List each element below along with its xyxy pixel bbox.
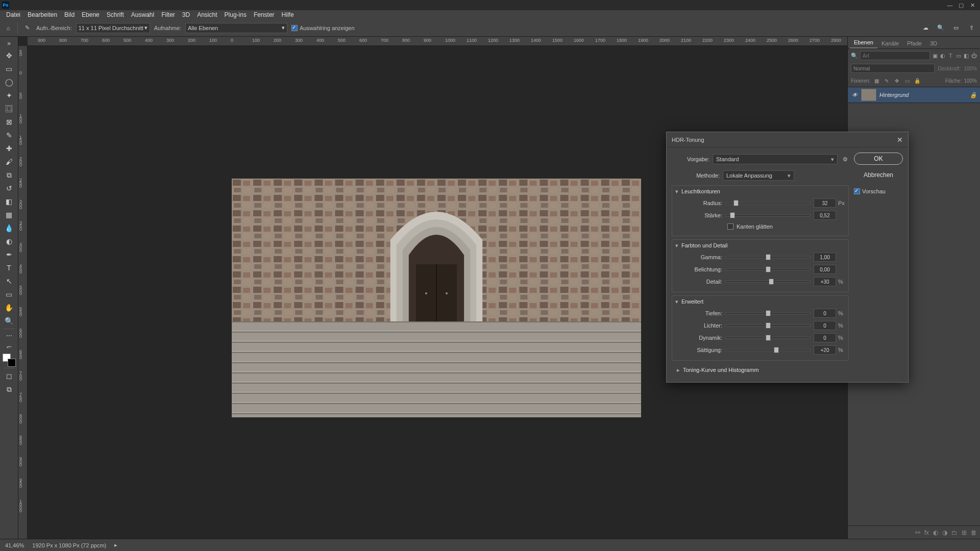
hand-tool[interactable]: ✋ [2, 301, 17, 314]
doc-info[interactable]: 1920 Px x 1080 Px (72 ppcm) [32, 542, 106, 548]
ok-button[interactable]: OK [854, 153, 903, 165]
eyedropper-icon[interactable]: ✎ [22, 23, 32, 33]
shadow-input[interactable]: 0 [814, 309, 836, 318]
group-icon[interactable]: 🗀 [951, 529, 958, 536]
link-layers-icon[interactable]: ⚯ [915, 529, 920, 536]
new-layer-icon[interactable]: ⊞ [962, 529, 967, 536]
sample-size-select[interactable]: 11 x 11 Pixel Durchschnitt▾ [76, 23, 150, 33]
menu-3d[interactable]: 3D [182, 11, 190, 18]
filter-toggle-icon[interactable]: ⏻ [971, 51, 977, 60]
frame-tool[interactable]: ⊠ [2, 115, 17, 129]
layer-row[interactable]: 👁 Hintergrund 🔒 [848, 87, 980, 103]
maximize-button[interactable]: ▢ [955, 0, 967, 10]
visibility-icon[interactable]: 👁 [851, 92, 858, 98]
saturation-input[interactable]: +20 [814, 345, 836, 355]
workspace-icon[interactable]: ▭ [950, 22, 962, 34]
blur-tool[interactable]: 💧 [2, 221, 17, 235]
panel-tabs[interactable]: EbenenKanälePfade3D [848, 37, 980, 49]
panel-tab[interactable]: Kanäle [877, 38, 903, 48]
curve-header[interactable]: ▸Toning-Kurve und Histogramm [672, 364, 849, 376]
pen-tool[interactable]: ✒ [2, 248, 17, 261]
doc-info-chevron-icon[interactable]: ▸ [114, 542, 117, 548]
filter-shape-icon[interactable]: ▭ [955, 51, 961, 60]
radius-input[interactable]: 32 [814, 198, 836, 208]
menu-filter[interactable]: Filter [161, 11, 175, 18]
zoom-tool[interactable]: 🔍 [2, 314, 17, 328]
show-ring-checkbox[interactable]: Auswahlring anzeigen [291, 25, 355, 31]
edit-toolbar-icon[interactable]: ⋯ [2, 330, 17, 341]
quickmask-icon[interactable]: ◻ [2, 369, 17, 383]
tone-detail-header[interactable]: ▾Farbton und Detail [672, 240, 848, 251]
filter-adjust-icon[interactable]: ◐ [940, 51, 945, 60]
eraser-tool[interactable]: ◧ [2, 195, 17, 208]
minimize-button[interactable]: — [944, 0, 955, 10]
menu-bearbeiten[interactable]: Bearbeiten [28, 11, 57, 18]
panel-tab[interactable]: Ebenen [850, 37, 877, 48]
filter-smart-icon[interactable]: ◧ [963, 51, 969, 60]
quick-select-tool[interactable]: ✦ [2, 89, 17, 102]
lock-position-icon[interactable]: ✎ [883, 78, 891, 84]
close-dialog-icon[interactable]: ✕ [897, 136, 903, 144]
history-brush-tool[interactable]: ↺ [2, 182, 17, 195]
color-swatches[interactable] [3, 354, 16, 367]
filter-type-icon[interactable]: T [948, 51, 953, 60]
exposure-input[interactable]: 0,00 [814, 265, 836, 274]
panel-tab[interactable]: Pfade [903, 38, 926, 48]
menu-ebene[interactable]: Ebene [82, 11, 100, 18]
path-tool[interactable]: ↖ [2, 274, 17, 288]
menu-ansicht[interactable]: Ansicht [197, 11, 217, 18]
exposure-slider[interactable] [725, 268, 811, 270]
gamma-input[interactable]: 1,00 [814, 253, 836, 262]
screenmode-icon[interactable]: ⧉ [2, 383, 17, 396]
shadow-slider[interactable] [725, 312, 811, 314]
preview-checkbox[interactable]: Vorschau [854, 188, 886, 194]
preset-select[interactable]: Standard [713, 154, 838, 164]
shape-tool[interactable]: ▭ [2, 288, 17, 301]
marquee-tool[interactable]: ▭ [2, 62, 17, 76]
delete-layer-icon[interactable]: 🗑 [971, 529, 977, 536]
menu-hilfe[interactable]: Hilfe [282, 11, 294, 18]
saturation-slider[interactable] [725, 349, 811, 351]
move-tool[interactable]: ✥ [2, 49, 17, 62]
filter-image-icon[interactable]: ▣ [932, 51, 938, 60]
search-icon[interactable]: 🔍 [851, 51, 858, 60]
dodge-tool[interactable]: ◐ [2, 235, 17, 248]
detail-slider[interactable] [725, 281, 811, 283]
type-tool[interactable]: T [2, 261, 17, 274]
method-select[interactable]: Lokale Anpassung [723, 170, 794, 181]
cloud-docs-icon[interactable]: ☁ [920, 22, 931, 34]
highlight-slider[interactable] [725, 324, 811, 327]
lock-artboard-icon[interactable]: ▭ [903, 78, 911, 84]
brush-tool[interactable]: 🖌 [2, 155, 17, 168]
healing-tool[interactable]: ✚ [2, 142, 17, 155]
clone-tool[interactable]: ⧉ [2, 168, 17, 182]
edge-glow-header[interactable]: ▾Leuchtkonturen [672, 186, 848, 197]
layer-filter-input[interactable] [860, 51, 930, 60]
menu-auswahl[interactable]: Auswahl [131, 11, 154, 18]
adjustment-icon[interactable]: ◑ [942, 529, 947, 536]
swap-colors-icon[interactable]: ⤺ [2, 341, 17, 353]
vibrance-slider[interactable] [725, 337, 811, 339]
preset-settings-icon[interactable]: ⚙ [841, 156, 850, 163]
lasso-tool[interactable]: ◯ [2, 76, 17, 89]
crop-tool[interactable]: ⿴ [2, 102, 17, 115]
vibrance-input[interactable]: 0 [814, 333, 836, 342]
fx-icon[interactable]: fx [924, 529, 929, 536]
gamma-slider[interactable] [725, 256, 811, 258]
gradient-tool[interactable]: ▦ [2, 208, 17, 221]
strength-input[interactable]: 0,52 [814, 211, 836, 220]
home-icon[interactable]: ⌂ [3, 23, 13, 33]
radius-slider[interactable] [725, 202, 811, 204]
panel-tab[interactable]: 3D [926, 38, 941, 48]
menu-datei[interactable]: Datei [6, 11, 20, 18]
search-icon[interactable]: 🔍 [935, 22, 946, 34]
lock-move-icon[interactable]: ✥ [893, 78, 901, 84]
share-icon[interactable]: ⇪ [966, 22, 977, 34]
menu-bild[interactable]: Bild [64, 11, 75, 18]
zoom-level[interactable]: 41,46% [5, 542, 24, 548]
menu-plug-ins[interactable]: Plug-ins [225, 11, 247, 18]
menu-fenster[interactable]: Fenster [254, 11, 275, 18]
eyedropper-tool[interactable]: ✎ [2, 129, 17, 142]
main-menu[interactable]: DateiBearbeitenBildEbeneSchriftAuswahlFi… [0, 10, 980, 19]
expand-toolbar-icon[interactable]: » [2, 38, 17, 49]
